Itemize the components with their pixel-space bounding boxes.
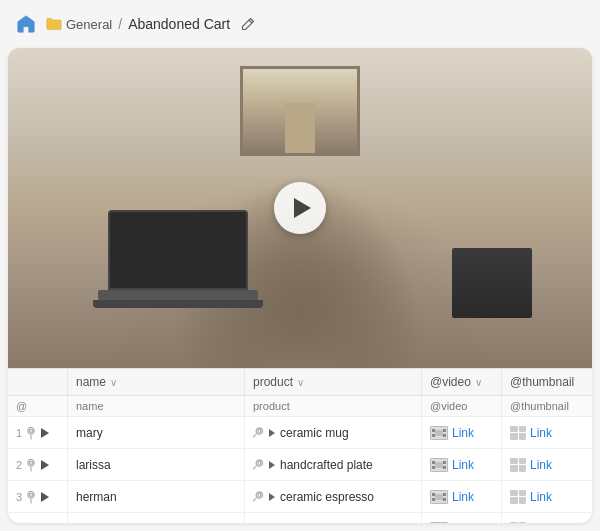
col-header-name[interactable]: name ∨ [68, 369, 245, 395]
laptop [88, 208, 268, 318]
wall-painting [240, 66, 360, 156]
sub-header-name: name [68, 396, 245, 416]
play-arrow-icon[interactable] [41, 492, 49, 502]
product-icon [253, 491, 264, 502]
table-row: 3 herman ceramic espresso Link [8, 481, 592, 513]
thumb-cell: Link [502, 481, 592, 512]
grid-icon [510, 426, 526, 440]
row-num-cell: 3 [8, 481, 68, 512]
grid-icon [510, 458, 526, 472]
video-link[interactable]: Link [452, 522, 474, 524]
film-icon [430, 522, 448, 524]
key-icon [24, 425, 40, 441]
key-icon [24, 457, 40, 473]
product-cell: handcrafted plate [245, 449, 422, 480]
app-container: General / Abandoned Cart [0, 0, 600, 531]
key-icon [24, 489, 40, 505]
thumb-cell: Link [502, 449, 592, 480]
row-num-cell: 2 [8, 449, 68, 480]
video-cell: Link [422, 481, 502, 512]
col-header-product[interactable]: product ∨ [245, 369, 422, 395]
product-cell: ceramic espresso [245, 481, 422, 512]
key-icon [24, 521, 40, 523]
product-cell: ceramic mug [245, 513, 422, 523]
name-cell: herman [68, 481, 245, 512]
data-rows: 1 mary ceramic mug Link [8, 417, 592, 523]
edit-icon[interactable] [238, 14, 258, 34]
sub-header-thumbnail: @thumbnail [502, 396, 592, 416]
grid-icon [510, 490, 526, 504]
play-icon-small [268, 492, 276, 502]
home-button[interactable] [12, 10, 40, 38]
video-link[interactable]: Link [452, 458, 474, 472]
breadcrumb-separator: / [118, 16, 122, 32]
grid-icon [510, 522, 526, 524]
name-cell: mary [68, 417, 245, 448]
video-link[interactable]: Link [452, 490, 474, 504]
sub-header-product: product [245, 396, 422, 416]
play-arrow-icon[interactable] [41, 428, 49, 438]
main-content: name ∨ product ∨ @video ∨ @thumbnail [8, 48, 592, 523]
product-cell: ceramic mug [245, 417, 422, 448]
sort-icon-name: ∨ [110, 377, 117, 388]
sort-icon-video: ∨ [475, 377, 482, 388]
name-cell: giovanni [68, 513, 245, 523]
breadcrumb-bar: General / Abandoned Cart [0, 0, 600, 48]
video-cell: Link [422, 449, 502, 480]
books [452, 248, 532, 318]
film-icon [430, 458, 448, 472]
thumb-link[interactable]: Link [530, 522, 552, 524]
play-button[interactable] [274, 182, 326, 234]
table-row: 4 giovanni ceramic mug Link [8, 513, 592, 523]
table-section: name ∨ product ∨ @video ∨ @thumbnail [8, 368, 592, 523]
video-cell: Link [422, 513, 502, 523]
play-icon [294, 198, 311, 218]
play-icon-small [268, 428, 276, 438]
video-cell: Link [422, 417, 502, 448]
thumb-cell: Link [502, 417, 592, 448]
video-link[interactable]: Link [452, 426, 474, 440]
name-cell: larissa [68, 449, 245, 480]
play-icon-small [268, 460, 276, 470]
thumb-link[interactable]: Link [530, 458, 552, 472]
col-header-thumbnail[interactable]: @thumbnail [502, 369, 592, 395]
sort-icon-product: ∨ [297, 377, 304, 388]
video-area [8, 48, 592, 368]
film-icon [430, 490, 448, 504]
column-headers: name ∨ product ∨ @video ∨ @thumbnail [8, 368, 592, 396]
product-icon [253, 459, 264, 470]
table-row: 1 mary ceramic mug Link [8, 417, 592, 449]
play-arrow-icon[interactable] [41, 460, 49, 470]
folder-label: General [66, 17, 112, 32]
table-row: 2 larissa handcrafted plate Link [8, 449, 592, 481]
row-num-cell: 1 [8, 417, 68, 448]
thumb-link[interactable]: Link [530, 490, 552, 504]
col-header-video[interactable]: @video ∨ [422, 369, 502, 395]
film-icon [430, 426, 448, 440]
col-header-empty [8, 369, 68, 395]
sub-header-row: @ name product @video @thumbnail [8, 396, 592, 417]
thumb-cell: Link [502, 513, 592, 523]
folder-icon-wrap[interactable]: General [46, 17, 112, 32]
row-num-cell: 4 [8, 513, 68, 523]
sub-header-video: @video [422, 396, 502, 416]
sub-header-at: @ [8, 396, 68, 416]
page-title: Abandoned Cart [128, 16, 230, 32]
thumb-link[interactable]: Link [530, 426, 552, 440]
product-icon [253, 427, 264, 438]
